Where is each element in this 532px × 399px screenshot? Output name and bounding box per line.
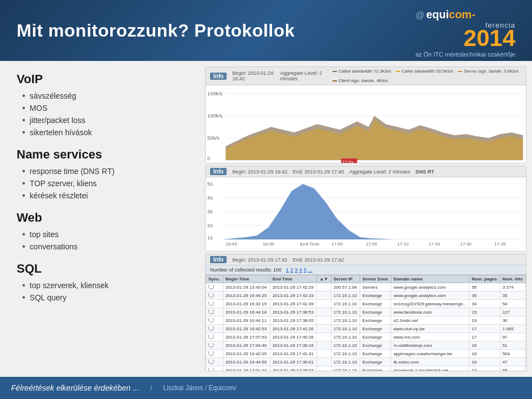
web-table: Info Begin: 2013-01-29 17:42 End: 2013-0… <box>205 254 526 371</box>
table-cell: 3 274 <box>500 283 525 291</box>
table-cell: 23 <box>469 308 500 316</box>
sync-icon <box>208 325 214 331</box>
svg-text:17:16: 17:16 <box>395 162 406 163</box>
logo-at-icon: @ <box>416 11 424 21</box>
svg-text:5s: 5s <box>207 181 213 187</box>
table-cell <box>206 358 223 366</box>
sync-icon <box>208 342 214 347</box>
table-row: 2013-01-29 17:07:532013-01-29 17:40:2617… <box>206 333 526 341</box>
table-cell: 172.16.1.10 <box>331 300 360 308</box>
page-2[interactable]: 2 <box>290 267 293 273</box>
table-cell: www.me.com <box>391 333 469 341</box>
sync-icon <box>208 334 214 339</box>
svg-text:100k/s: 100k/s <box>207 113 223 119</box>
svg-text:17:0x: 17:0x <box>342 160 354 163</box>
sync-icon <box>208 300 214 306</box>
table-cell: www.clun-cp.be <box>391 325 469 333</box>
table-cell: 56 <box>469 283 500 291</box>
sync-icon <box>208 317 214 323</box>
table-cell: 172.16.1.10 <box>331 333 360 341</box>
table-cell: Exchange <box>360 300 391 308</box>
table-row: 2013-01-29 10:44:112013-01-29 17:38:0517… <box>206 316 526 325</box>
col-num-pages: Num. pages <box>469 275 500 283</box>
col-server-ip: Server IP <box>331 275 360 283</box>
svg-text:16:46: 16:46 <box>226 162 237 163</box>
table-cell: 172.16.1.10 <box>331 316 360 325</box>
table-cell: 2013-01-29 17:01:24 <box>223 366 270 372</box>
page-4[interactable]: 4 <box>299 267 302 273</box>
col-sync: Sync. <box>206 275 223 283</box>
table-row: 2013-01-29 16:44:252013-01-29 17:42:2317… <box>206 291 526 300</box>
table-scroll[interactable]: Sync. Begin Time End Time ▲▼ Server IP S… <box>206 275 526 371</box>
table-cell: Exchange <box>360 291 391 300</box>
table-cell: 2013-01-29 17:41:39 <box>270 300 317 308</box>
table-cell: 2013-01-29 16:42:53 <box>223 325 270 333</box>
table-cell <box>206 291 223 300</box>
legend-dot <box>332 71 337 72</box>
page-title: Mit monitorozzunk? Protokollok <box>17 21 295 41</box>
list-item: sikertelen hívások <box>22 126 188 139</box>
list-item: TOP szerver, kliens <box>22 177 188 190</box>
table-nav-bar: Number of collected results: 100 1 2 3 4… <box>206 265 526 275</box>
svg-text:17:00: 17:00 <box>320 162 331 163</box>
table-cell <box>317 308 331 316</box>
table-cell: 47 <box>500 358 525 366</box>
web-table-header: Info Begin: 2013-01-29 17:42 End: 2013-0… <box>206 254 526 265</box>
page-navigation[interactable]: 1 2 3 4 5 ... <box>286 267 313 273</box>
table-cell <box>317 341 331 350</box>
svg-text:16:56: 16:56 <box>289 162 300 163</box>
chart-begin: Begin: 2013-01-29 16:42 <box>232 70 274 81</box>
table-cell: www.google-analytics.com <box>391 291 469 300</box>
voip-chart-header: Info Begin: 2013-01-29 16:42 Aggregate L… <box>206 67 526 85</box>
table-cell: 35 <box>500 291 525 300</box>
dns-rt-label: DNS RT <box>416 169 434 175</box>
table-cell <box>317 300 331 308</box>
list-item: sávszélesség <box>22 90 188 102</box>
sync-icon <box>208 292 214 298</box>
page-5[interactable]: 5 <box>304 267 306 273</box>
collected-label: Number of collected results: 100 <box>210 267 282 273</box>
table-cell: 97 <box>500 333 525 341</box>
info-badge: Info <box>210 256 227 263</box>
voip-chart: Info Begin: 2013-01-29 16:42 Aggregate L… <box>205 66 526 163</box>
legend-dot <box>458 71 462 72</box>
chart-end: End: 2013-01-29 17:42 <box>293 257 344 263</box>
name-services-list: response time (DNS RT) TOP szerver, klie… <box>22 165 188 202</box>
table-cell <box>317 358 331 366</box>
page-1[interactable]: 1 <box>286 267 289 273</box>
svg-text:2s: 2s <box>207 223 213 228</box>
table-cell: 2013-01-29 17:07:53 <box>223 333 270 341</box>
table-cell: www.facebook.com <box>391 308 469 316</box>
svg-text:17:00: 17:00 <box>331 242 343 247</box>
col-end-time: End Time <box>270 275 317 283</box>
page-more[interactable]: ... <box>308 267 313 273</box>
table-cell: 172.16.1.10 <box>331 366 360 372</box>
table-cell <box>206 308 223 316</box>
col-sort[interactable]: ▲▼ <box>317 275 331 283</box>
list-item: SQL query <box>22 291 188 304</box>
sync-icon <box>208 367 214 371</box>
chart-legend: Callee bandwidth 72.3Kb/s Caller bandwid… <box>332 69 521 83</box>
page-3[interactable]: 3 <box>295 267 298 273</box>
table-row: 2013-01-29 16:32:192013-01-29 17:41:3917… <box>206 300 526 308</box>
logo: @ equicom- ferencia 2014 az Ön ITC mérés… <box>416 8 515 58</box>
table-cell: sn1msg201529.gateway.messenge.. <box>391 300 469 308</box>
web-list: top sites conversations <box>22 228 188 253</box>
section-sql-title: SQL <box>17 262 188 276</box>
table-cell: 17 <box>469 325 500 333</box>
table-cell: 2013-01-29 16:44:25 <box>223 291 270 300</box>
sync-icon <box>208 284 214 289</box>
table-cell: 19 <box>469 316 500 325</box>
legend-caller: Caller bandwidth 53.5Kb/s <box>396 69 453 74</box>
dns-chart-svg: 5s 4s 3s 2s 1s 16:45 16:50 End Time 17:0… <box>206 177 526 247</box>
table-cell <box>206 333 223 341</box>
table-cell: 200.57.1.94 <box>331 283 360 291</box>
sync-icon <box>208 359 214 364</box>
chart-aggregate: Aggregate Level: 2 minutes <box>280 70 326 81</box>
info-badge: Info <box>210 168 227 175</box>
svg-text:3s: 3s <box>207 209 213 214</box>
logo-year: 2014 <box>416 27 515 50</box>
table-cell: 51 <box>500 341 525 350</box>
chart-begin: Begin: 2013-01-29 17:42 <box>232 257 287 263</box>
voip-chart-svg: 150k/s 100k/s 50k/s 0 16:46 16:50 16:56 … <box>206 85 526 163</box>
